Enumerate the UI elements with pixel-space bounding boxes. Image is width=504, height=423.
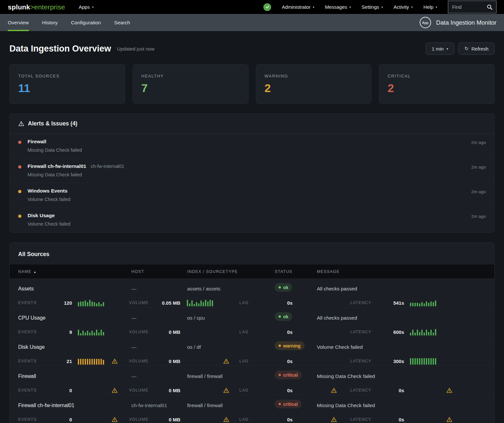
apps-menu-label: Apps [79,4,90,10]
lag-warning-slot [293,417,350,423]
alert-timestamp: 2m ago [471,140,486,145]
latency-sparkline [410,328,436,335]
all-sources-title: All Sources [10,243,494,264]
column-header-name[interactable]: NAME▲ [18,269,131,274]
volume-label: VOLUME [129,417,150,422]
volume-label: VOLUME [129,359,150,363]
events-label: EVENTS [18,417,62,422]
source-index-sourcetype: firewall / firewall [187,403,275,408]
card-value: 11 [18,82,116,95]
events-warning-slot [106,417,129,423]
source-host: — [131,373,187,379]
app-name: Data Ingestion Monitor [436,19,497,26]
table-row[interactable]: CPU Usage — os / cpu ok All checks passe… [10,308,494,337]
column-header-index-sourcetype[interactable]: INDEX / SOURCETYPE [187,269,275,274]
user-status-icon[interactable] [263,3,271,11]
apps-menu[interactable]: Apps ▾ [79,4,94,10]
volume-warning-slot [214,358,239,364]
source-name: CPU Usage [18,315,131,321]
tab-history[interactable]: History [42,14,58,31]
volume-value: 0 MB [150,358,180,364]
app-badge-icon: App [420,17,431,28]
source-message: Missing Data Check failed [317,373,486,379]
check-icon [265,5,270,9]
source-name: Firewall [18,373,131,379]
events-warning-slot [106,358,129,364]
latency-label: LATENCY [350,330,373,334]
events-label: EVENTS [18,300,62,305]
table-row[interactable]: Assets — assets / assets ok All checks p… [10,278,494,308]
warning-triangle-icon [18,121,24,127]
column-header-host[interactable]: HOST [131,269,187,274]
source-name: Disk Usage [18,344,131,350]
table-row[interactable]: Disk Usage — os / df warning Volume Chec… [10,337,494,366]
source-index-sourcetype: os / cpu [187,315,275,321]
refresh-button[interactable]: ↻ Refresh [458,42,495,55]
activity-menu[interactable]: Activity▾ [394,4,413,10]
alert-subtitle: Volume Check failed [28,197,70,202]
alert-timestamp: 2m ago [471,214,486,219]
sort-ascending-icon: ▲ [33,270,37,274]
alert-subtitle: Volume Check failed [28,221,70,227]
source-host: — [131,315,187,321]
tab-search[interactable]: Search [114,14,130,31]
events-value: 9 [62,329,72,335]
latency-value: 0s [373,417,404,422]
alert-title: Firewall [28,139,46,145]
alert-list-item[interactable]: Firewall Missing Data Check failed 2m ag… [10,134,494,159]
source-message: All checks passed [317,286,486,292]
events-warning-slot [106,387,129,394]
search-icon[interactable] [486,4,493,10]
chevron-down-icon: ▾ [447,47,448,51]
status-dot-icon [279,403,281,405]
latency-value: 0s [373,388,404,393]
interval-select[interactable]: 1 min ▾ [426,42,454,55]
events-sparkline [78,328,104,335]
alerts-panel-title: Alerts & Issues (4) [28,120,78,127]
tab-overview[interactable]: Overview [8,14,29,31]
splunk-logo[interactable]: splunk>enterprise [8,3,65,11]
settings-menu[interactable]: Settings▾ [362,4,383,10]
latency-label: LATENCY [350,359,373,363]
tab-configuration[interactable]: Configuration [71,14,101,31]
administrator-menu[interactable]: Administrator▾ [282,4,314,10]
chevron-down-icon: ▾ [349,6,351,9]
volume-label: VOLUME [129,388,150,393]
events-value: 21 [62,358,72,364]
alert-title: Firewall ch-fw-internal01 [28,163,86,169]
chevron-down-icon: ▾ [313,6,314,9]
column-header-status[interactable]: STATUS [275,269,317,274]
alert-subtitle: Missing Data Check failed [28,172,124,177]
alert-list-item[interactable]: Disk Usage Volume Check failed 2m ago [10,208,494,232]
events-label: EVENTS [18,388,62,393]
status-badge: ok [275,283,292,292]
find-search-input[interactable]: Find [448,1,497,13]
refresh-label: Refresh [471,46,488,52]
alert-subtitle: Missing Data Check failed [28,147,82,153]
latency-label: LATENCY [350,388,373,393]
card-label: CRITICAL [388,74,486,78]
table-row[interactable]: Firewall — firewall / firewall critical … [10,366,494,395]
source-name: Firewall ch-fw-internal01 [18,403,131,408]
app-tabs: Overview History Configuration Search [8,14,130,31]
all-sources-panel: All Sources NAME▲ HOST INDEX / SOURCETYP… [9,242,495,423]
volume-label: VOLUME [129,330,150,334]
column-header-message[interactable]: MESSAGE [317,269,486,274]
warning-icon [112,417,118,423]
card-label: WARNING [265,74,363,78]
warning-icon [446,387,452,394]
messages-menu[interactable]: Messages▾ [325,4,351,10]
alert-list-item[interactable]: Firewall ch-fw-internal01 ch-fw-internal… [10,159,494,183]
table-row[interactable]: Firewall ch-fw-internal01 ch-fw-internal… [10,395,494,423]
lag-value: 0s [251,300,293,306]
chevron-down-icon: ▾ [381,6,383,9]
warning-icon [112,387,118,394]
help-menu[interactable]: Help▾ [424,4,437,10]
summary-cards: TOTAL SOURCES 11 HEALTHY 7 WARNING 2 CRI… [9,64,495,104]
alert-list-item[interactable]: Windows Events Volume Check failed 2m ag… [10,183,494,208]
latency-sparkline [410,358,436,365]
source-index-sourcetype: os / df [187,344,275,350]
latency-sparkline [410,299,436,306]
chevron-down-icon: ▾ [411,6,413,9]
lag-warning-slot [293,387,350,394]
